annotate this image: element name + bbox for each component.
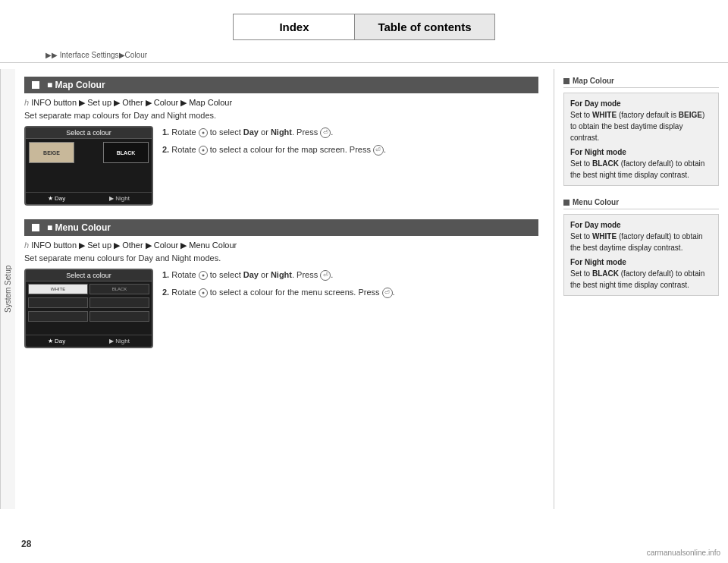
sidebar-label: System Setup bbox=[0, 69, 15, 509]
map-night-text: Set to BLACK (factory default) to obtain… bbox=[570, 158, 712, 181]
right-map-colour-box: For Day mode Set to WHITE (factory defau… bbox=[563, 93, 719, 186]
map-colour-screen-bottom: ★ Day ▶ Night bbox=[26, 192, 152, 204]
small-square-icon-2 bbox=[563, 200, 570, 206]
map-colour-screen: Select a colour BEIGE BLACK ★ Day bbox=[24, 126, 153, 206]
menu-colour-screen-area: Select a colour WHITE BLACK bbox=[24, 269, 538, 348]
black-bold-2: BLACK bbox=[592, 269, 619, 278]
map-colour-desc: Set separate map colours for Day and Nig… bbox=[24, 111, 538, 120]
page-number: 28 bbox=[21, 539, 31, 549]
menu-row-3 bbox=[28, 311, 149, 322]
info-icon: h bbox=[24, 98, 29, 107]
left-content: ■ Map Colour h INFO button ▶ Set up ▶ Ot… bbox=[15, 69, 554, 509]
menu-night-label: For Night mode bbox=[570, 256, 712, 268]
menu-row-1: WHITE BLACK bbox=[28, 284, 149, 294]
map-day-label: For Day mode bbox=[570, 98, 712, 109]
menu-colour-steps: 1. Rotate to select Day or Night. Press … bbox=[162, 269, 538, 303]
map-colour-icon bbox=[32, 81, 39, 89]
menu-cell-2b bbox=[89, 297, 149, 308]
map-colour-screen-title: Select a colour bbox=[26, 127, 152, 139]
knob-icon-3 bbox=[199, 271, 208, 280]
map-colour-step2: 2. Rotate to select a colour for the map… bbox=[162, 143, 538, 156]
menu-colour-icon bbox=[32, 224, 39, 231]
enter-icon-3: ⏎ bbox=[320, 270, 331, 281]
main-content: System Setup ■ Map Colour h INFO button … bbox=[0, 69, 728, 509]
map-colour-nav-text: INFO button ▶ Set up ▶ Other ▶ Colour ▶ … bbox=[31, 98, 232, 107]
knob-icon-4 bbox=[199, 288, 208, 297]
menu-cell-black: BLACK bbox=[89, 284, 149, 294]
enter-icon-1: ⏎ bbox=[320, 127, 331, 138]
menu-day-label: For Day mode bbox=[570, 219, 712, 231]
map-colour-steps: 1. Rotate to select Day or Night. Press … bbox=[162, 126, 538, 160]
map-colour-black: BLACK bbox=[103, 142, 149, 163]
menu-colour-header: ■ Menu Colour bbox=[24, 219, 538, 236]
menu-colour-screen-title: Select a colour bbox=[26, 270, 152, 282]
map-colour-nav: h INFO button ▶ Set up ▶ Other ▶ Colour … bbox=[24, 98, 538, 108]
menu-cell-3b bbox=[89, 311, 149, 322]
menu-colour-title: ■ Menu Colour bbox=[47, 222, 111, 233]
arrow-icon: ▶ bbox=[109, 195, 114, 202]
map-colour-header: ■ Map Colour bbox=[24, 77, 538, 93]
step2-num: 2. bbox=[162, 145, 169, 154]
map-colour-title: ■ Map Colour bbox=[47, 80, 105, 90]
map-day-text: Set to WHITE (factory default is BEIGE) … bbox=[570, 109, 712, 143]
map-colour-colors-row: BEIGE BLACK bbox=[29, 142, 149, 163]
menu-step2-num: 2. bbox=[162, 288, 169, 297]
breadcrumb: ▶▶ Interface Settings▶Colour bbox=[0, 48, 728, 63]
menu-colour-night-tab: ▶ Night bbox=[109, 338, 130, 344]
map-colour-section: ■ Map Colour h INFO button ▶ Set up ▶ Ot… bbox=[24, 77, 538, 206]
menu-cell-2a bbox=[28, 297, 88, 308]
menu-day-text: Set to WHITE (factory default) to obtain… bbox=[570, 231, 712, 253]
menu-colour-step2: 2. Rotate to select a colour for the men… bbox=[162, 286, 538, 299]
enter-icon-2: ⏎ bbox=[373, 145, 384, 156]
toc-button[interactable]: Table of contents bbox=[354, 14, 494, 40]
menu-row-2 bbox=[28, 297, 149, 308]
right-menu-colour-title: Menu Colour bbox=[563, 198, 719, 209]
menu-night-text: Set to BLACK (factory default) to obtain… bbox=[570, 268, 712, 291]
white-bold: WHITE bbox=[592, 111, 617, 119]
right-menu-colour: Menu Colour For Day mode Set to WHITE (f… bbox=[563, 198, 719, 296]
beige-bold: BEIGE bbox=[679, 111, 702, 119]
menu-colour-day-tab: ★ Day bbox=[48, 338, 65, 344]
menu-colour-nav-text: INFO button ▶ Set up ▶ Other ▶ Colour ▶ … bbox=[31, 241, 237, 250]
right-panel: Map Colour For Day mode Set to WHITE (fa… bbox=[554, 69, 728, 509]
knob-icon-1 bbox=[199, 128, 208, 137]
menu-colour-screen-bottom: ★ Day ▶ Night bbox=[26, 335, 152, 347]
map-colour-screen-body: BEIGE BLACK bbox=[26, 139, 152, 192]
right-menu-colour-box: For Day mode Set to WHITE (factory defau… bbox=[563, 214, 719, 296]
info-icon-2: h bbox=[24, 241, 29, 250]
right-map-colour-title: Map Colour bbox=[563, 77, 719, 88]
map-colour-screen-area: Select a colour BEIGE BLACK ★ Day bbox=[24, 126, 538, 206]
menu-colour-screen-body: WHITE BLACK bbox=[26, 282, 152, 335]
knob-icon-2 bbox=[199, 146, 208, 155]
menu-colour-nav: h INFO button ▶ Set up ▶ Other ▶ Colour … bbox=[24, 241, 538, 250]
menu-colour-desc: Set separate menu colours for Day and Ni… bbox=[24, 253, 538, 263]
menu-cell-3a bbox=[28, 311, 88, 322]
menu-cell-white: WHITE bbox=[28, 284, 88, 294]
star-icon-2: ★ bbox=[48, 338, 53, 344]
menu-step1-num: 1. bbox=[162, 270, 169, 279]
menu-colour-step1: 1. Rotate to select Day or Night. Press … bbox=[162, 269, 538, 282]
map-colour-step1: 1. Rotate to select Day or Night. Press … bbox=[162, 126, 538, 139]
arrow-icon-2: ▶ bbox=[109, 338, 114, 344]
step1-num: 1. bbox=[162, 127, 169, 137]
star-icon: ★ bbox=[48, 195, 53, 202]
menu-colour-section: ■ Menu Colour h INFO button ▶ Set up ▶ O… bbox=[24, 219, 538, 348]
map-night-label: For Night mode bbox=[570, 146, 712, 158]
map-colour-day-tab: ★ Day bbox=[48, 195, 65, 202]
map-colour-beige: BEIGE bbox=[29, 142, 74, 163]
index-button[interactable]: Index bbox=[233, 14, 354, 40]
white-bold-2: WHITE bbox=[592, 232, 617, 241]
enter-icon-4: ⏎ bbox=[382, 288, 393, 298]
black-bold-1: BLACK bbox=[592, 159, 619, 168]
header: Index Table of contents bbox=[0, 0, 728, 48]
map-colour-night-tab: ▶ Night bbox=[109, 195, 130, 202]
menu-colour-screen: Select a colour WHITE BLACK bbox=[24, 269, 153, 348]
watermark: carmanualsonline.info bbox=[647, 549, 720, 557]
right-map-colour: Map Colour For Day mode Set to WHITE (fa… bbox=[563, 77, 719, 186]
small-square-icon bbox=[563, 78, 570, 84]
